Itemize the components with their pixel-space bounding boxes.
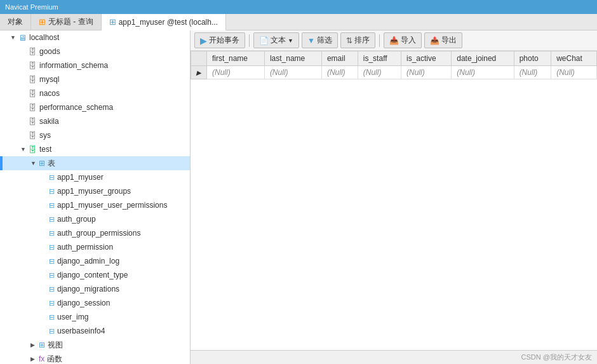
cell-wechat[interactable]: (Null) xyxy=(551,66,597,79)
sidebar-item-app1-myuser-user-permissions[interactable]: ⊟ app1_myuser_user_permissions xyxy=(0,198,190,212)
sidebar-item-auth-permission[interactable]: ⊟ auth_permission xyxy=(0,240,190,254)
sidebar-item-views-folder[interactable]: ▶ ⊞ 视图 xyxy=(0,338,190,352)
cell-email[interactable]: (Null) xyxy=(321,66,358,79)
title-bar: Navicat Premium xyxy=(0,0,597,14)
sidebar-item-localhost[interactable]: ▼ 🖥 localhost xyxy=(0,30,190,44)
tab-objects[interactable]: 对象 xyxy=(0,14,31,30)
sidebar-item-test[interactable]: ▼ 🗄 test xyxy=(0,142,190,156)
col-header-photo[interactable]: photo xyxy=(514,51,551,66)
sidebar-item-functions-folder[interactable]: ▶ fx 函数 xyxy=(0,352,190,364)
begin-transaction-label: 开始事务 xyxy=(209,35,239,46)
expand-arrow-localhost: ▼ xyxy=(10,34,17,41)
expand-arrow-functions: ▶ xyxy=(30,356,37,362)
sidebar-label-tables: 表 xyxy=(48,158,55,169)
cell-photo[interactable]: (Null) xyxy=(514,66,551,79)
sidebar-item-app1-myuser-groups[interactable]: ⊟ app1_myuser_groups xyxy=(0,184,190,198)
sidebar-item-mysql[interactable]: 🗄 mysql xyxy=(0,72,190,86)
blue-side-indicator xyxy=(0,156,3,170)
tab-bar: 对象 ⊞ 无标题 - 查询 ⊞ app1_myuser @test (local… xyxy=(0,14,597,30)
sidebar-label-test: test xyxy=(39,145,51,154)
sidebar-item-performance-schema[interactable]: 🗄 performance_schema xyxy=(0,100,190,114)
begin-transaction-icon: ▶ xyxy=(200,36,207,46)
sidebar-item-nacos[interactable]: 🗄 nacos xyxy=(0,86,190,100)
sidebar-item-userbaseinfo4[interactable]: ⊟ userbaseinfo4 xyxy=(0,324,190,338)
col-header-date-joined[interactable]: date_joined xyxy=(452,51,514,66)
table-tab-label: app1_myuser @test (localh... xyxy=(119,18,218,27)
tab-query[interactable]: ⊞ 无标题 - 查询 xyxy=(31,14,102,30)
table-icon-app1-myuser-user-permissions: ⊟ xyxy=(49,201,55,210)
sidebar-item-django-session[interactable]: ⊟ django_session xyxy=(0,296,190,310)
sidebar-item-django-content-type[interactable]: ⊟ django_content_type xyxy=(0,268,190,282)
sidebar-item-sys[interactable]: 🗄 sys xyxy=(0,128,190,142)
sidebar-label-user-img: user_img xyxy=(57,313,88,321)
toolbar-separator-1 xyxy=(249,34,250,47)
row-arrow-icon: ▶ xyxy=(196,69,201,76)
text-dropdown-arrow: ▼ xyxy=(288,37,293,44)
sidebar-item-auth-group[interactable]: ⊟ auth_group xyxy=(0,212,190,226)
folder-icon-functions: fx xyxy=(39,354,44,363)
query-tab-icon: ⊞ xyxy=(39,17,46,27)
cell-date-joined[interactable]: (Null) xyxy=(452,66,514,79)
col-header-is-staff[interactable]: is_staff xyxy=(358,51,401,66)
db-icon-information-schema: 🗄 xyxy=(29,61,37,71)
table-icon-django-session: ⊟ xyxy=(49,299,55,307)
sidebar-label-localhost: localhost xyxy=(29,33,59,42)
sidebar-label-django-content-type: django_content_type xyxy=(57,271,128,280)
expand-arrow-views: ▶ xyxy=(30,342,37,348)
sidebar-label-mysql: mysql xyxy=(39,75,59,84)
sidebar-item-tables-folder[interactable]: ▼ ⊞ 表 xyxy=(0,156,190,170)
text-button-icon: 📄 xyxy=(259,36,269,45)
sidebar-item-goods[interactable]: 🗄 goods xyxy=(0,44,190,58)
db-icon-performance-schema: 🗄 xyxy=(29,103,37,112)
sidebar-item-information-schema[interactable]: 🗄 information_schema xyxy=(0,58,190,72)
table-icon-auth-permission: ⊟ xyxy=(49,243,55,252)
sort-label: 排序 xyxy=(354,35,370,46)
import-button[interactable]: 📥 导入 xyxy=(384,32,422,48)
export-icon: 📤 xyxy=(430,36,439,45)
cell-first-name[interactable]: (Null) xyxy=(207,66,265,79)
watermark: CSDN @我的天才女友 xyxy=(521,353,592,362)
cell-last-name[interactable]: (Null) xyxy=(264,66,321,79)
col-header-wechat[interactable]: weChat xyxy=(551,51,597,66)
sidebar-item-sakila[interactable]: 🗄 sakila xyxy=(0,114,190,128)
table-icon-auth-group-permissions: ⊟ xyxy=(49,229,55,238)
begin-transaction-button[interactable]: ▶ 开始事务 xyxy=(194,32,245,48)
filter-icon: ▼ xyxy=(307,36,315,45)
sidebar-item-app1-myuser[interactable]: ⊟ app1_myuser xyxy=(0,170,190,184)
data-table: first_name last_name email is_staff is_a… xyxy=(191,51,597,79)
col-header-email[interactable]: email xyxy=(321,51,358,66)
db-icon-mysql: 🗄 xyxy=(29,75,37,84)
col-header-first-name[interactable]: first_name xyxy=(207,51,265,66)
table-icon-django-migrations: ⊟ xyxy=(49,285,55,293)
sidebar-label-auth-group-permissions: auth_group_permissions xyxy=(57,229,140,238)
sidebar-label-goods: goods xyxy=(39,47,60,56)
table-tab-icon: ⊞ xyxy=(109,17,116,27)
table-icon-user-img: ⊟ xyxy=(49,313,55,321)
main-area: ▼ 🖥 localhost 🗄 goods 🗄 information_sche… xyxy=(0,30,597,364)
col-header-is-active[interactable]: is_active xyxy=(401,51,451,66)
cell-is-active[interactable]: (Null) xyxy=(401,66,451,79)
export-button[interactable]: 📤 导出 xyxy=(424,32,462,48)
sidebar-item-user-img[interactable]: ⊟ user_img xyxy=(0,310,190,324)
table-row[interactable]: ▶ (Null) (Null) (Null) (Null) (Null) (Nu… xyxy=(191,66,597,79)
sidebar-label-django-session: django_session xyxy=(57,299,110,307)
table-area[interactable]: first_name last_name email is_staff is_a… xyxy=(191,51,597,350)
status-bar: CSDN @我的天才女友 xyxy=(191,350,597,364)
cell-is-staff[interactable]: (Null) xyxy=(358,66,401,79)
table-icon-userbaseinfo4: ⊟ xyxy=(49,327,55,335)
sidebar-label-django-migrations: django_migrations xyxy=(57,285,119,293)
col-header-last-name[interactable]: last_name xyxy=(264,51,321,66)
folder-icon-views: ⊞ xyxy=(39,340,45,349)
folder-icon-tables: ⊞ xyxy=(39,159,45,168)
table-icon-app1-myuser: ⊟ xyxy=(49,173,55,182)
sidebar-item-django-migrations[interactable]: ⊟ django_migrations xyxy=(0,282,190,296)
sidebar-item-django-admin-log[interactable]: ⊟ django_admin_log xyxy=(0,254,190,268)
sort-button[interactable]: ⇅ 排序 xyxy=(340,32,375,48)
filter-button[interactable]: ▼ 筛选 xyxy=(302,32,338,48)
tab-table[interactable]: ⊞ app1_myuser @test (localh... xyxy=(102,14,226,30)
sidebar-item-auth-group-permissions[interactable]: ⊟ auth_group_permissions xyxy=(0,226,190,240)
query-tab-label: 无标题 - 查询 xyxy=(48,17,93,27)
filter-label: 筛选 xyxy=(317,35,332,46)
objects-tab-label: 对象 xyxy=(8,17,23,27)
text-button[interactable]: 📄 文本 ▼ xyxy=(253,32,299,48)
